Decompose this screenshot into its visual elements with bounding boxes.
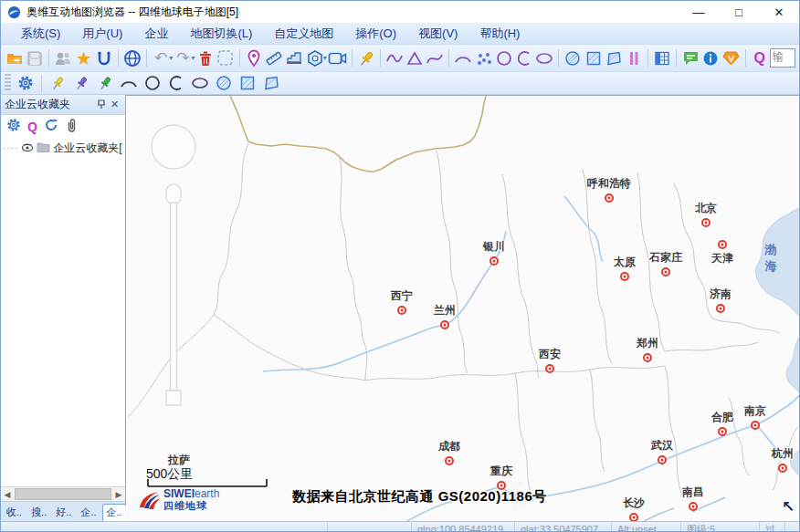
menu-operation[interactable]: 操作(O) [344,23,407,44]
menu-view[interactable]: 视图(V) [407,23,468,44]
area-measure-icon[interactable] [285,48,303,68]
secondary-toolbar [1,72,799,95]
arc-shape-icon[interactable] [454,48,472,68]
filled-circle-icon[interactable] [563,48,582,68]
visibility-eye-icon[interactable] [21,141,34,155]
menu-custom-map[interactable]: 自定义地图 [263,23,344,44]
info-icon[interactable] [701,48,720,68]
settings-gear-icon[interactable] [15,73,37,93]
redo-icon[interactable]: ↷ [174,48,192,68]
toolbar-separator [745,49,746,67]
menu-help[interactable]: 帮助(H) [468,23,531,44]
parallel-lines-icon[interactable] [625,48,643,68]
sidebar-search-icon[interactable]: Q [27,120,37,134]
curve-shape-icon[interactable] [426,48,444,68]
siwei-logo: SIWEIearth 四维地球 [137,488,219,512]
ellipse-shape-icon[interactable] [535,48,553,68]
delete-trash-icon[interactable] [195,48,214,68]
ellipse-dark-icon[interactable] [189,73,211,93]
city-label: 长沙 [623,495,645,511]
pin-yellow-icon[interactable] [47,73,68,93]
triangle-shape-icon[interactable] [405,48,424,68]
tab-favorites[interactable]: 收.. [3,505,26,521]
sidebar-refresh-icon[interactable] [44,118,58,136]
filled-rect-icon[interactable] [237,73,258,93]
undo-icon[interactable]: ↶ [152,48,170,68]
scrollbar-thumb[interactable] [15,488,111,500]
minimize-button[interactable]: — [679,2,719,22]
menu-enterprise[interactable]: 企业 [133,23,179,44]
filled-rect-icon[interactable] [584,48,602,68]
close-button[interactable]: ✕ [759,2,799,22]
hexagon-dropdown-caret[interactable]: ▾ [323,54,327,62]
menu-system[interactable]: 系统(S) [10,23,71,44]
filled-circle-icon[interactable] [213,73,235,93]
attachment-paperclip-icon[interactable] [65,118,78,136]
menu-map-switch[interactable]: 地图切换(L) [179,23,263,44]
tab-search[interactable]: 搜.. [27,505,50,521]
app-logo-icon [7,5,21,19]
open-folder-icon[interactable] [5,48,24,68]
pin-green-icon[interactable] [94,73,116,93]
city-label: 武汉 [651,438,673,454]
undo-dropdown-caret[interactable]: ▾ [169,54,173,62]
data-table-icon[interactable] [653,48,671,68]
tree-item-root[interactable]: ···· 企业云收藏夹[ [3,141,123,156]
hexagon-region-icon[interactable] [305,48,323,68]
city-label: 西宁 [391,288,413,304]
track-route-icon[interactable] [95,48,113,68]
city-marker-icon [440,320,449,329]
circle-shape-icon[interactable] [495,48,513,68]
toolbar-grip[interactable] [5,74,11,92]
status-empty-2 [328,522,412,532]
filled-polygon-icon[interactable] [260,73,282,93]
camera-view-icon[interactable] [328,48,347,68]
city-label: 南京 [744,403,766,419]
sidebar-settings-gear-icon[interactable] [6,118,21,136]
scatter-points-icon[interactable] [474,48,492,68]
maximize-button[interactable]: □ [719,2,759,22]
vip-gem-icon[interactable] [722,48,741,68]
dock-pin-icon[interactable] [94,98,108,111]
search-icon[interactable]: Q [751,48,769,68]
city-marker-icon [445,456,454,465]
map-canvas[interactable]: 呼和浩特北京天津银川太原石家庄济南西宁兰州郑州西安南京合肥成都武汉杭州重庆南昌长… [126,95,799,521]
city-marker-icon [718,427,727,436]
tab-friends[interactable]: 好.. [52,505,75,521]
map-attribution: 数据来自北京世纪高通 GS(2020)1186号 [292,488,547,506]
city-label: 重庆 [490,464,512,479]
location-pin-icon[interactable] [245,48,263,68]
tab-enterprise[interactable]: 企.. [77,505,100,521]
arc-dark-icon[interactable] [118,73,140,93]
city-layer: 呼和浩特北京天津银川太原石家庄济南西宁兰州郑州西安南京合肥成都武汉杭州重庆南昌长… [126,96,799,521]
filled-polygon-icon[interactable] [605,48,623,68]
chat-message-icon[interactable] [681,48,700,68]
sidebar-hscrollbar[interactable]: ◀ ▶ [1,486,125,501]
city-label: 西安 [539,347,561,362]
polyline-wave-icon[interactable] [385,48,404,68]
search-input[interactable]: 输 [770,48,795,68]
sidebar-close-icon[interactable]: ✕ [108,98,121,111]
pin-purple-icon[interactable] [70,73,92,93]
circle-dark-icon[interactable] [142,73,163,93]
status-resize-grip[interactable]: . [785,522,799,532]
status-map-level: 图级:5 [681,522,760,532]
marquee-select-icon[interactable] [216,48,235,68]
menu-user[interactable]: 用户(U) [71,23,133,44]
pushpin-icon[interactable] [357,48,375,68]
globe-3d-icon[interactable] [123,48,142,68]
app-window: 奥维互动地图浏览器 -- 四维地球电子地图[5] — □ ✕ 系统(S) 用户(… [0,0,800,532]
city-marker-icon [751,421,760,430]
northwest-arrow-icon[interactable]: ↖ [782,497,795,516]
arc-c-dark-icon[interactable] [165,73,187,93]
favorite-star-icon[interactable]: ★ [75,48,93,68]
users-icon[interactable] [54,48,72,68]
ruler-measure-icon[interactable] [265,48,283,68]
save-icon[interactable] [26,48,44,68]
redo-dropdown-caret[interactable]: ▾ [191,54,195,62]
scroll-right-icon[interactable]: ▶ [112,490,125,499]
arc-c-shape-icon[interactable] [515,48,533,68]
scroll-left-icon[interactable]: ◀ [1,490,14,499]
sidebar-title: 企业云收藏夹 [5,97,94,112]
tab-enterprise-cloud[interactable]: 企.. [102,504,127,521]
